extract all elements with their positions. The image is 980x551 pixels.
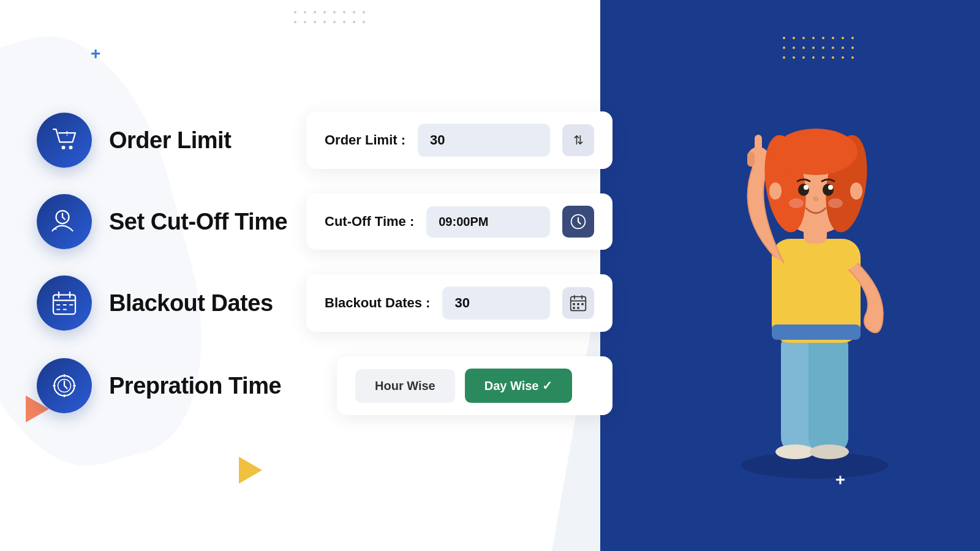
svg-rect-8: [577, 303, 579, 305]
blackout-icon-circle: [37, 276, 92, 331]
svg-point-18: [810, 444, 849, 459]
blackout-title: Blackout Dates: [109, 290, 273, 317]
svg-point-34: [828, 185, 833, 190]
feature-row-order-limit: ! Order Limit Order Limit : ⇅: [37, 111, 612, 169]
main-content: ! Order Limit Order Limit : ⇅ S: [0, 0, 649, 551]
svg-rect-11: [577, 307, 579, 309]
feature-left-cutoff: Set Cut-Off Time: [37, 194, 300, 249]
svg-text:!: !: [66, 130, 69, 137]
cutoff-title: Set Cut-Off Time: [109, 209, 287, 235]
svg-point-37: [828, 198, 843, 208]
clock-circle-icon: [50, 371, 79, 400]
svg-point-38: [769, 182, 782, 200]
calendar-icon: [50, 288, 79, 318]
cart-icon: !: [50, 126, 79, 155]
svg-point-30: [774, 129, 858, 175]
svg-point-39: [850, 182, 862, 200]
order-limit-icon-circle: !: [37, 113, 92, 168]
cutoff-input[interactable]: [426, 206, 550, 238]
svg-point-0: [62, 146, 66, 149]
blackout-input[interactable]: [442, 287, 550, 320]
order-limit-panel: Order Limit : ⇅: [306, 111, 612, 169]
blackout-label: Blackout Dates :: [325, 295, 430, 311]
clock-icon: [570, 213, 587, 230]
clock-hand-icon: [50, 207, 79, 236]
svg-rect-22: [755, 135, 762, 162]
svg-rect-7: [573, 303, 575, 305]
order-limit-input[interactable]: [418, 124, 550, 157]
feature-left-blackout: Blackout Dates: [37, 276, 300, 331]
svg-rect-16: [809, 331, 848, 453]
day-wise-button[interactable]: Day Wise ✓: [465, 369, 572, 403]
blackout-panel: Blackout Dates :: [306, 274, 612, 332]
svg-point-33: [804, 185, 809, 190]
cutoff-clock-icon[interactable]: [562, 206, 594, 238]
svg-rect-9: [581, 303, 584, 305]
feature-left-prep: Prepration Time: [37, 358, 331, 413]
calendar-grid-icon: [570, 294, 587, 312]
order-limit-spinner[interactable]: ⇅: [562, 124, 594, 156]
svg-point-1: [69, 146, 73, 149]
svg-rect-23: [747, 152, 755, 167]
svg-rect-20: [772, 324, 861, 340]
feature-left-order-limit: ! Order Limit: [37, 113, 300, 168]
feature-row-blackout: Blackout Dates Blackout Dates :: [37, 274, 612, 332]
svg-rect-10: [573, 307, 575, 309]
hour-wise-button[interactable]: Hour Wise: [355, 369, 455, 403]
character-illustration: [600, 0, 980, 551]
order-limit-label: Order Limit :: [325, 132, 405, 148]
svg-point-35: [813, 197, 819, 201]
prep-title: Prepration Time: [109, 373, 281, 399]
blackout-calendar-icon[interactable]: [562, 287, 594, 319]
order-limit-title: Order Limit: [109, 127, 231, 154]
cutoff-panel: Cut-Off Time :: [306, 193, 612, 250]
svg-point-17: [775, 444, 815, 459]
feature-row-prep: Prepration Time Hour Wise Day Wise ✓: [37, 356, 612, 415]
cutoff-icon-circle: [37, 194, 92, 249]
prep-icon-circle: [37, 358, 92, 413]
cutoff-label: Cut-Off Time :: [325, 214, 414, 230]
prep-panel: Hour Wise Day Wise ✓: [337, 356, 612, 415]
character-svg: [686, 61, 943, 490]
svg-point-36: [789, 198, 804, 208]
feature-row-cutoff: Set Cut-Off Time Cut-Off Time :: [37, 193, 612, 250]
